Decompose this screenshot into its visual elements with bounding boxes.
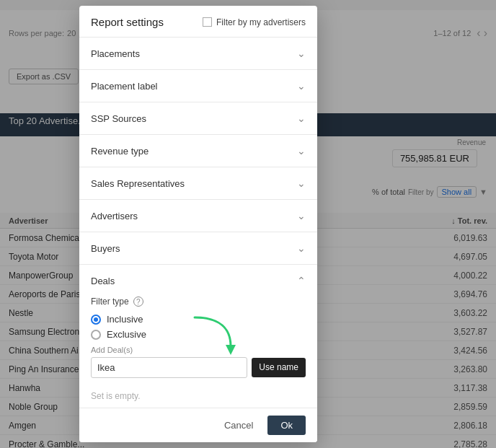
accordion-label-advertisers: Advertisers [91, 211, 138, 221]
exclusive-label: Exclusive [107, 329, 146, 340]
chevron-down-icon: ⌄ [297, 145, 306, 157]
deals-input[interactable] [91, 357, 247, 378]
modal-body: Placements ⌄ Placement label ⌄ SSP Sourc… [79, 38, 317, 408]
chevron-down-icon: ⌄ [297, 80, 306, 92]
use-name-button[interactable]: Use name [252, 358, 306, 378]
accordion-header-revenue-type[interactable]: Revenue type ⌄ [79, 135, 317, 167]
accordion-header-advertisers[interactable]: Advertisers ⌄ [79, 200, 317, 232]
report-settings-modal: Report settings Filter by my advertisers… [79, 6, 317, 442]
chevron-down-icon: ⌄ [297, 48, 306, 59]
filter-advertisers-control[interactable]: Filter by my advertisers [203, 17, 306, 27]
chevron-down-icon: ⌄ [297, 242, 306, 254]
cancel-button[interactable]: Cancel [216, 416, 262, 435]
radio-inclusive[interactable] [91, 315, 101, 325]
inclusive-label: Inclusive [107, 314, 143, 325]
accordion-header-ssp-sources[interactable]: SSP Sources ⌄ [79, 102, 317, 134]
filter-advertisers-checkbox[interactable] [203, 17, 212, 27]
chevron-down-icon: ⌄ [297, 177, 306, 189]
modal-title: Report settings [91, 16, 164, 28]
accordion-revenue-type: Revenue type ⌄ [79, 135, 317, 167]
accordion-header-buyers[interactable]: Buyers ⌄ [79, 232, 317, 264]
modal-header: Report settings Filter by my advertisers [79, 6, 317, 38]
accordion-placement-label: Placement label ⌄ [79, 70, 317, 102]
filter-type-row: Filter type ? [91, 297, 306, 307]
chevron-down-icon: ⌄ [297, 210, 306, 221]
ok-button[interactable]: Ok [267, 416, 306, 435]
chevron-up-icon: ⌃ [297, 275, 306, 286]
accordion-placements: Placements ⌄ [79, 38, 317, 70]
accordion-header-placements[interactable]: Placements ⌄ [79, 38, 317, 69]
accordion-header-sales-reps[interactable]: Sales Representatives ⌄ [79, 167, 317, 199]
filter-type-label: Filter type [91, 297, 129, 307]
accordion-label-placement-label: Placement label [91, 81, 158, 92]
chevron-down-icon: ⌄ [297, 113, 306, 124]
accordion-label-sales-reps: Sales Representatives [91, 178, 185, 189]
accordion-ssp-sources: SSP Sources ⌄ [79, 102, 317, 135]
accordion-label-deals: Deals [91, 276, 115, 286]
set-empty-label: Set is empty. [91, 385, 306, 407]
accordion-header-deals[interactable]: Deals ⌃ [79, 265, 317, 297]
deals-body: Filter type ? Inclusive Exclusive Add De… [79, 297, 317, 408]
add-deals-label: Add Deal(s) [91, 346, 306, 354]
accordion-label-placements: Placements [91, 48, 140, 59]
radio-exclusive-row[interactable]: Exclusive [91, 329, 306, 340]
accordion-label-revenue-type: Revenue type [91, 146, 149, 157]
help-icon[interactable]: ? [133, 297, 143, 307]
deals-input-row: Use name [91, 357, 306, 378]
modal-footer: Cancel Ok [79, 408, 317, 442]
accordion-label-buyers: Buyers [91, 243, 120, 254]
accordion-deals: Deals ⌃ Filter type ? Inclusive Exclusiv… [79, 265, 317, 408]
accordion-sales-reps: Sales Representatives ⌄ [79, 167, 317, 200]
accordion-advertisers: Advertisers ⌄ [79, 200, 317, 232]
accordion-label-ssp-sources: SSP Sources [91, 113, 146, 124]
radio-inclusive-row[interactable]: Inclusive [91, 314, 306, 325]
filter-advertisers-label: Filter by my advertisers [216, 17, 306, 27]
accordion-buyers: Buyers ⌄ [79, 232, 317, 265]
accordion-header-placement-label[interactable]: Placement label ⌄ [79, 70, 317, 102]
radio-exclusive[interactable] [91, 330, 101, 340]
